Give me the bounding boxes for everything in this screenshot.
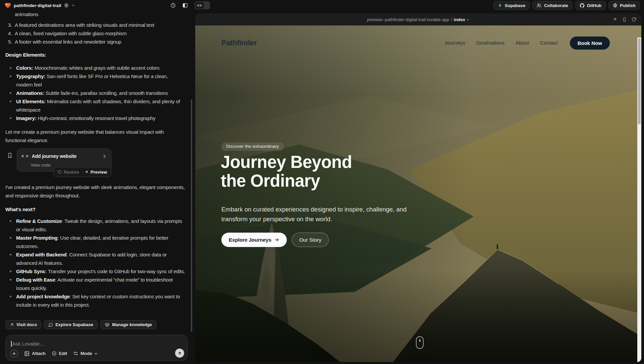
project-switcher[interactable]: pathfinder-digital-trail <box>0 3 75 8</box>
list-item: 3.A featured destinations area with stri… <box>5 21 185 29</box>
graduation-cap-icon <box>105 322 110 327</box>
assistant-paragraph: I've created a premium journey website w… <box>5 183 185 200</box>
chat-bubble-icon <box>48 322 53 327</box>
hero-badge: Discover the extraordinary <box>221 142 284 151</box>
add-button[interactable] <box>10 350 18 358</box>
collaborate-button[interactable]: Collaborate <box>532 1 573 10</box>
preview-button[interactable]: Preview <box>85 168 107 176</box>
list-item: Imagery: High-contrast, emotionally reso… <box>5 114 185 122</box>
image-icon <box>24 351 30 356</box>
design-elements-heading: Design Elements: <box>5 51 185 59</box>
code-icon: <> <box>195 2 204 9</box>
chevron-down-icon[interactable] <box>71 4 75 7</box>
open-in-new-tab-icon[interactable] <box>612 17 617 22</box>
preview-url: preview--pathfinder-digital-trail.lovabl… <box>367 17 449 22</box>
list-item: Colors: Monochromatic whites and grays w… <box>5 64 185 72</box>
code-icon: < > <box>21 152 29 161</box>
history-icon[interactable] <box>170 3 176 8</box>
hero-mountain-image <box>195 25 641 362</box>
list-item: UI Elements: Minimalist cards with soft … <box>5 97 185 114</box>
chat-clipped-line: animations <box>15 11 185 18</box>
text-caret <box>11 341 12 347</box>
explore-journeys-button[interactable]: Explore Journeys <box>221 233 287 247</box>
users-icon <box>537 3 542 8</box>
preview-url-bar: preview--pathfinder-digital-trail.lovabl… <box>195 13 641 25</box>
edit-tool-card[interactable]: < > Add journey website View code Restor… <box>17 148 111 172</box>
book-now-button[interactable]: Book Now <box>570 37 610 50</box>
chevron-down-icon[interactable] <box>466 18 470 21</box>
app-topbar: pathfinder-digital-trail <> <box>0 0 644 11</box>
nav-link-contact[interactable]: Contact <box>540 40 558 46</box>
supabase-button[interactable]: Supabase <box>493 1 530 10</box>
chat-input-placeholder[interactable]: Ask Lovable... <box>12 340 44 348</box>
send-button[interactable] <box>175 349 184 358</box>
nav-link-about[interactable]: About <box>516 40 529 46</box>
list-item: Add project knowledge: Set key context o… <box>5 292 185 309</box>
site-navbar: Pathfinder Journeys Destinations About C… <box>221 36 610 50</box>
chat-scrollbar[interactable] <box>191 99 192 332</box>
list-item: Debug with Ease: Activate our experiment… <box>5 276 185 292</box>
supabase-bolt-icon <box>498 3 502 8</box>
globe-status-icon <box>64 3 69 8</box>
external-link-icon <box>10 322 14 327</box>
edit-button[interactable]: Edit <box>52 349 67 358</box>
site-logo[interactable]: Pathfinder <box>221 39 257 47</box>
quick-action-chips: Visit docs Explore Supabase Manage knowl… <box>5 320 156 329</box>
preview-scrollbar[interactable] <box>637 38 641 362</box>
numbered-list: 3.A featured destinations area with stri… <box>5 21 185 46</box>
code-preview-toggle[interactable]: <> <box>195 1 210 9</box>
preview-panel: preview--pathfinder-digital-trail.lovabl… <box>195 13 641 362</box>
list-item: GitHub Sync: Transfer your project's cod… <box>5 267 185 276</box>
assistant-paragraph: Let me create a premium journey website … <box>5 128 185 144</box>
mode-selector[interactable]: Mode <box>73 349 98 358</box>
chevron-down-icon <box>94 352 98 355</box>
manage-knowledge-button[interactable]: Manage knowledge <box>100 320 156 329</box>
arrow-right-icon <box>274 237 279 242</box>
tool-card-row: < > Add journey website View code Restor… <box>5 148 185 172</box>
list-item: Master Prompting: Use clear, detailed, a… <box>5 234 185 250</box>
sliders-icon <box>73 351 78 356</box>
project-name: pathfinder-digital-trail <box>14 3 61 8</box>
tool-card-title: Add journey website <box>32 152 76 161</box>
restore-button[interactable]: Restore <box>58 168 79 176</box>
nav-link-destinations[interactable]: Destinations <box>476 40 504 46</box>
publish-button[interactable]: Publish <box>608 1 640 10</box>
preview-scrollbar-thumb[interactable] <box>638 38 641 124</box>
chat-panel: animations 3.A featured destinations are… <box>0 11 193 364</box>
list-item: 5.A footer with essential links and news… <box>5 38 185 46</box>
lovable-heart-logo <box>5 3 11 8</box>
site-viewport: Pathfinder Journeys Destinations About C… <box>195 25 641 362</box>
chevron-right-icon <box>102 154 107 159</box>
list-item: Expand with Backend: Connect Supabase to… <box>5 250 185 267</box>
github-button[interactable]: GitHub <box>575 1 606 10</box>
bookmark-icon[interactable] <box>7 153 12 159</box>
list-item: 4.A clean, fixed navigation with subtle … <box>5 29 185 38</box>
list-item: Animations: Subtle fade-ins, parallax sc… <box>5 89 185 97</box>
attach-button[interactable]: Attach <box>24 349 46 358</box>
list-item: Refine & Customize: Tweak the design, an… <box>5 217 185 234</box>
next-steps-list: Refine & Customize: Tweak the design, an… <box>5 217 185 309</box>
refresh-icon[interactable] <box>632 17 636 22</box>
design-bullet-list: Colors: Monochromatic whites and grays w… <box>5 64 185 122</box>
toggle-panel-icon[interactable] <box>182 3 188 8</box>
publish-globe-icon <box>613 3 618 8</box>
hero-heading: Journey Beyond the Ordinary <box>221 153 352 190</box>
chat-composer[interactable]: Ask Lovable... Attach Edit <box>5 335 188 361</box>
nav-link-journeys[interactable]: Journeys <box>444 40 465 46</box>
mobile-view-icon[interactable] <box>622 17 627 22</box>
visit-docs-button[interactable]: Visit docs <box>5 320 41 329</box>
restore-preview-chip: Restore Preview <box>53 167 111 177</box>
preview-route[interactable]: index <box>454 17 465 22</box>
github-icon <box>580 3 585 8</box>
target-icon <box>52 351 57 356</box>
whats-next-heading: What's next? <box>5 205 185 214</box>
hero-subtitle: Embark on curated experiences designed t… <box>221 204 429 224</box>
scroll-indicator-icon <box>416 336 424 349</box>
explore-supabase-button[interactable]: Explore Supabase <box>44 320 98 329</box>
list-item: Typography: San-serif fonts like SF Pro … <box>5 72 185 89</box>
our-story-button[interactable]: Our Story <box>292 233 329 247</box>
